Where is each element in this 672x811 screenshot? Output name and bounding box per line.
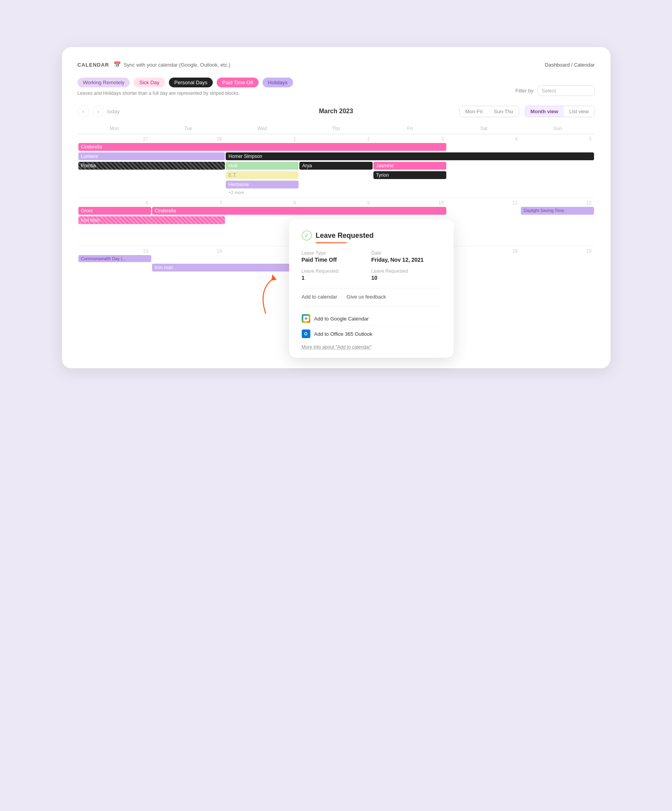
popup-details: Leave Type Paid Time Off Date Friday, No…: [302, 250, 441, 281]
today-button[interactable]: today: [107, 109, 120, 114]
day-header-mon: Mon: [78, 123, 152, 134]
filter-row: Filter by Select All Working Remotely Si…: [515, 85, 594, 96]
calendar-nav: ‹ › today March 2023 Mon-Fri Sun-Thu Mon…: [78, 105, 595, 117]
event-arya[interactable]: Arya: [299, 162, 372, 170]
event-cinderella-w2[interactable]: Cinderella: [152, 207, 446, 215]
next-button[interactable]: ›: [92, 105, 104, 117]
svg-marker-0: [272, 274, 277, 281]
outlook-calendar-label: Add to Office 365 Outlook: [314, 331, 373, 337]
date-label: Date: [371, 250, 441, 256]
event-commonwealth[interactable]: Commonwealth Day (...: [78, 255, 151, 262]
week-1-events: Cinderella Lumiere Homer Simpson Pumba H…: [78, 143, 595, 198]
calendar-options: Add to Google Calendar O Add to Office 3…: [302, 306, 441, 341]
google-calendar-item[interactable]: Add to Google Calendar: [302, 311, 441, 326]
outlook-calendar-item[interactable]: O Add to Office 365 Outlook: [302, 326, 441, 341]
legend-sick-day[interactable]: Sick Day: [134, 78, 165, 87]
event-ironman-w2[interactable]: Iron man: [78, 216, 225, 224]
leave-requested-section-2: Leave Requested 10: [371, 268, 441, 281]
leave-type-value: Paid Time Off: [302, 257, 371, 263]
event-jasmine[interactable]: Jasmine: [373, 162, 446, 170]
day-header-sat: Sat: [447, 123, 521, 134]
page-header: CALENDAR 📅 Sync with your calendar (Goog…: [78, 61, 595, 68]
popup-title: Leave Requested: [316, 232, 374, 240]
page-title: CALENDAR: [78, 62, 109, 68]
event-et[interactable]: E.T.: [226, 171, 299, 179]
legend-personal-days[interactable]: Personal Days: [169, 78, 213, 87]
view-type-group: Month view List view: [525, 106, 595, 117]
leave-requested-label-1: Leave Requested: [302, 268, 371, 274]
leave-type-label: Leave Type: [302, 250, 371, 256]
more-info-link[interactable]: More info about "Add to calendar": [302, 344, 441, 350]
event-hermione[interactable]: Hermione: [226, 181, 299, 188]
weekday-view-group: Mon-Fri Sun-Thu: [459, 106, 519, 117]
day-headers: Mon Tue Wed Thu Fri Sat Sun: [78, 123, 595, 134]
mon-fri-button[interactable]: Mon-Fri: [460, 106, 488, 117]
date-value: Friday, Nov 12, 2021: [371, 257, 441, 263]
event-more-w1[interactable]: +2 more: [226, 190, 299, 195]
event-lumiere[interactable]: Lumiere: [78, 152, 225, 160]
event-tyrion[interactable]: Tyrion: [373, 171, 446, 179]
calendar-sync-icon: 📅: [114, 61, 121, 68]
popup-header: ✓ Leave Requested: [302, 230, 441, 241]
sun-thu-button[interactable]: Sun-Thu: [488, 106, 519, 117]
day-header-wed: Wed: [225, 123, 299, 134]
event-homer[interactable]: Homer Simpson: [226, 152, 594, 160]
popup-actions: Add to calendar Give us feedback: [302, 288, 441, 300]
event-cinderella-w1[interactable]: Cinderella: [78, 143, 446, 151]
list-view-button[interactable]: List view: [564, 106, 594, 117]
filter-label: Filter by: [515, 88, 533, 94]
day-header-tue: Tue: [151, 123, 225, 134]
nav-right: Mon-Fri Sun-Thu Month view List view: [459, 106, 594, 117]
leave-type-section: Leave Type Paid Time Off: [302, 250, 371, 263]
event-hulk[interactable]: Hulk: [226, 162, 299, 170]
week-1: 27 28 1 2 3 4 5 Cinderella Lumiere Homer…: [78, 134, 595, 198]
nav-left: ‹ › today: [78, 105, 120, 117]
date-section: Date Friday, Nov 12, 2021: [371, 250, 441, 263]
legend-paid-time-off[interactable]: Paid Time Off: [217, 78, 259, 87]
legend-holidays[interactable]: Holidays: [263, 78, 293, 87]
event-daylight[interactable]: Daylight Saving Time: [521, 207, 594, 215]
leave-requested-label-2: Leave Requested: [371, 268, 441, 274]
calendar-title: March 2023: [319, 108, 353, 115]
google-calendar-label: Add to Google Calendar: [314, 316, 369, 322]
popup-arrow: [234, 274, 289, 321]
event-groot[interactable]: Groot: [78, 207, 151, 215]
day-header-thu: Thu: [299, 123, 373, 134]
add-to-calendar-button[interactable]: Add to calendar: [302, 294, 337, 300]
leave-requested-value-2: 10: [371, 275, 441, 281]
breadcrumb: Dashboard / Calendar: [545, 62, 594, 68]
main-card: CALENDAR 📅 Sync with your calendar (Goog…: [62, 47, 610, 368]
leave-requested-value-1: 1: [302, 275, 371, 281]
day-header-fri: Fri: [373, 123, 447, 134]
filter-select[interactable]: Select All Working Remotely Sick Day Per…: [538, 85, 595, 96]
event-pumba[interactable]: Pumba: [78, 162, 225, 170]
leave-requested-section: Leave Requested 1: [302, 268, 371, 281]
month-view-button[interactable]: Month view: [525, 106, 564, 117]
popup-check-icon: ✓: [302, 230, 312, 241]
day-header-sun: Sun: [521, 123, 595, 134]
sync-button[interactable]: 📅 Sync with your calendar (Google, Outlo…: [114, 61, 230, 68]
header-left: CALENDAR 📅 Sync with your calendar (Goog…: [78, 61, 230, 68]
google-calendar-icon: [302, 314, 310, 323]
give-feedback-button[interactable]: Give us feedback: [347, 294, 386, 300]
event-ironman-w3[interactable]: Iron man: [152, 264, 299, 272]
legend-working-remotely[interactable]: Working Remotely: [78, 78, 130, 87]
prev-button[interactable]: ‹: [78, 105, 89, 117]
outlook-calendar-icon: O: [302, 329, 310, 338]
popup-card: ✓ Leave Requested Leave Type Paid Time O…: [289, 219, 454, 358]
popup-underline: [316, 242, 347, 243]
